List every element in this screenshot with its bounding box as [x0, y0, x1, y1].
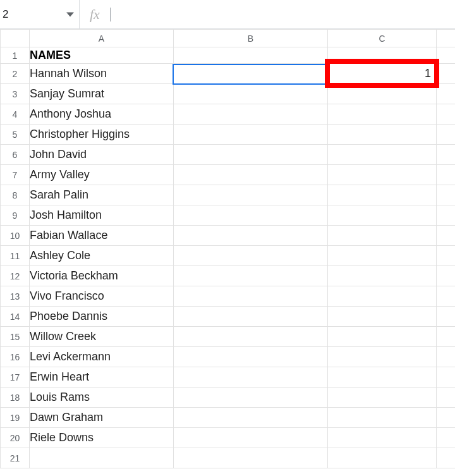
formula-input[interactable]: [110, 0, 455, 28]
row-header-7[interactable]: 7: [1, 165, 30, 185]
cell-B11[interactable]: [174, 246, 328, 266]
cell-B20[interactable]: [174, 428, 328, 448]
row-header-8[interactable]: 8: [1, 185, 30, 205]
cell-C8[interactable]: [328, 185, 437, 205]
row-header-14[interactable]: 14: [1, 307, 30, 327]
cell-B10[interactable]: [174, 226, 328, 246]
cell-A17[interactable]: Erwin Heart: [30, 367, 174, 388]
cell-B14[interactable]: [174, 307, 328, 327]
row-header-17[interactable]: 17: [1, 367, 30, 388]
cell-D19[interactable]: [437, 408, 456, 428]
name-box[interactable]: 2: [0, 8, 65, 21]
cell-D1[interactable]: [437, 47, 456, 64]
cell-D15[interactable]: [437, 327, 456, 347]
cell-D20[interactable]: [437, 428, 456, 448]
cell-B15[interactable]: [174, 327, 328, 347]
cell-C13[interactable]: [328, 286, 437, 307]
row-header-12[interactable]: 12: [1, 266, 30, 286]
col-header-A[interactable]: A: [30, 30, 174, 47]
cell-A21[interactable]: [30, 448, 174, 468]
cell-A2[interactable]: Hannah Wilson: [30, 64, 174, 84]
col-header-C[interactable]: C: [328, 30, 437, 47]
cell-A13[interactable]: Vivo Francisco: [30, 286, 174, 307]
cell-C1[interactable]: [328, 47, 437, 64]
cell-B2[interactable]: [174, 64, 328, 84]
cell-A20[interactable]: Riele Downs: [30, 428, 174, 448]
row-header-15[interactable]: 15: [1, 327, 30, 347]
cell-C7[interactable]: [328, 165, 437, 185]
cell-A14[interactable]: Phoebe Dannis: [30, 307, 174, 327]
cell-B21[interactable]: [174, 448, 328, 468]
cell-D2[interactable]: [437, 64, 456, 84]
cell-B7[interactable]: [174, 165, 328, 185]
cell-D7[interactable]: [437, 165, 456, 185]
row-header-19[interactable]: 19: [1, 408, 30, 428]
cell-D16[interactable]: [437, 347, 456, 367]
cell-C21[interactable]: [328, 448, 437, 468]
cell-A9[interactable]: Josh Hamilton: [30, 205, 174, 226]
row-header-13[interactable]: 13: [1, 286, 30, 307]
cell-D12[interactable]: [437, 266, 456, 286]
row-header-11[interactable]: 11: [1, 246, 30, 266]
cell-C17[interactable]: [328, 367, 437, 388]
cell-D8[interactable]: [437, 185, 456, 205]
cell-A7[interactable]: Army Valley: [30, 165, 174, 185]
cell-B19[interactable]: [174, 408, 328, 428]
cell-C10[interactable]: [328, 226, 437, 246]
cell-C20[interactable]: [328, 428, 437, 448]
row-header-9[interactable]: 9: [1, 205, 30, 226]
row-header-5[interactable]: 5: [1, 125, 30, 145]
selection-fill-handle[interactable]: [326, 83, 331, 87]
cell-D18[interactable]: [437, 388, 456, 408]
cell-C4[interactable]: [328, 104, 437, 125]
cell-A18[interactable]: Louis Rams: [30, 388, 174, 408]
cell-D3[interactable]: [437, 84, 456, 104]
cell-D14[interactable]: [437, 307, 456, 327]
cell-B6[interactable]: [174, 145, 328, 165]
row-header-10[interactable]: 10: [1, 226, 30, 246]
row-header-2[interactable]: 2: [1, 64, 30, 84]
cell-C11[interactable]: [328, 246, 437, 266]
cell-B1[interactable]: [174, 47, 328, 64]
cell-C16[interactable]: [328, 347, 437, 367]
grid[interactable]: A B C 1 NAMES 2 Hannah Wilson 1: [0, 29, 455, 468]
cell-C15[interactable]: [328, 327, 437, 347]
row-header-6[interactable]: 6: [1, 145, 30, 165]
cell-C18[interactable]: [328, 388, 437, 408]
cell-B8[interactable]: [174, 185, 328, 205]
cell-C3[interactable]: [328, 84, 437, 104]
cell-A11[interactable]: Ashley Cole: [30, 246, 174, 266]
cell-A16[interactable]: Levi Ackermann: [30, 347, 174, 367]
cell-D17[interactable]: [437, 367, 456, 388]
name-box-dropdown-icon[interactable]: [65, 9, 75, 20]
cell-D10[interactable]: [437, 226, 456, 246]
cell-D4[interactable]: [437, 104, 456, 125]
row-header-21[interactable]: 21: [1, 448, 30, 468]
cell-D21[interactable]: [437, 448, 456, 468]
row-header-4[interactable]: 4: [1, 104, 30, 125]
col-header-B[interactable]: B: [174, 30, 328, 47]
cell-A4[interactable]: Anthony Joshua: [30, 104, 174, 125]
row-header-18[interactable]: 18: [1, 388, 30, 408]
cell-C2[interactable]: 1: [328, 64, 437, 84]
cell-A6[interactable]: John David: [30, 145, 174, 165]
cell-B18[interactable]: [174, 388, 328, 408]
cell-A1[interactable]: NAMES: [30, 47, 174, 64]
select-all-corner[interactable]: [1, 30, 30, 47]
cell-A10[interactable]: Fabian Wallace: [30, 226, 174, 246]
cell-C5[interactable]: [328, 125, 437, 145]
cell-B9[interactable]: [174, 205, 328, 226]
cell-B16[interactable]: [174, 347, 328, 367]
cell-B13[interactable]: [174, 286, 328, 307]
cell-C14[interactable]: [328, 307, 437, 327]
cell-D6[interactable]: [437, 145, 456, 165]
cell-D9[interactable]: [437, 205, 456, 226]
row-header-3[interactable]: 3: [1, 84, 30, 104]
cell-D11[interactable]: [437, 246, 456, 266]
row-header-16[interactable]: 16: [1, 347, 30, 367]
cell-B5[interactable]: [174, 125, 328, 145]
cell-B17[interactable]: [174, 367, 328, 388]
cell-C19[interactable]: [328, 408, 437, 428]
row-header-20[interactable]: 20: [1, 428, 30, 448]
row-header-1[interactable]: 1: [1, 47, 30, 64]
